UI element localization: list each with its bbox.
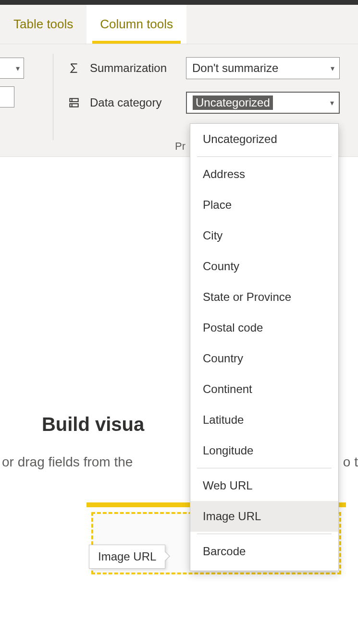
menu-item-label: Image URL bbox=[203, 510, 261, 523]
data-category-value: Uncategorized bbox=[193, 95, 273, 110]
summarization-dropdown[interactable]: Don't summarize ▾ bbox=[186, 57, 340, 79]
tab-label: Table tools bbox=[13, 17, 73, 32]
menu-item-place[interactable]: Place bbox=[190, 190, 338, 220]
tooltip: Image URL bbox=[89, 545, 165, 569]
truncated-control[interactable] bbox=[0, 86, 14, 107]
menu-item-city[interactable]: City bbox=[190, 220, 338, 251]
menu-item-image-url[interactable]: Image URL bbox=[190, 501, 338, 532]
menu-separator bbox=[197, 468, 332, 468]
menu-item-label: Country bbox=[203, 352, 243, 365]
menu-item-barcode[interactable]: Barcode bbox=[190, 536, 338, 567]
group-caption: Pr bbox=[175, 140, 185, 153]
tab-label: Column tools bbox=[100, 17, 173, 32]
canvas-subtext-right: o t bbox=[339, 454, 358, 470]
tab-column-tools[interactable]: Column tools bbox=[86, 5, 186, 44]
category-icon bbox=[67, 95, 81, 110]
data-category-menu: Uncategorized Address Place City County … bbox=[190, 123, 339, 571]
menu-separator bbox=[197, 534, 332, 534]
menu-item-label: Web URL bbox=[203, 479, 253, 492]
tab-table-tools[interactable]: Table tools bbox=[0, 5, 86, 44]
heading-fragment-left: Build visua bbox=[42, 414, 144, 435]
menu-item-label: Place bbox=[203, 198, 232, 211]
ribbon-tabbar: Table tools Column tools bbox=[0, 5, 358, 44]
tooltip-text: Image URL bbox=[98, 550, 156, 563]
menu-item-label: State or Province bbox=[203, 290, 291, 303]
summarization-value: Don't summarize bbox=[192, 61, 278, 75]
menu-item-label: Postal code bbox=[203, 321, 263, 334]
menu-item-state-or-province[interactable]: State or Province bbox=[190, 282, 338, 312]
menu-item-label: City bbox=[203, 229, 222, 242]
summarization-label: Summarization bbox=[90, 61, 186, 75]
data-category-dropdown[interactable]: Uncategorized ▾ bbox=[186, 92, 340, 114]
menu-item-continent[interactable]: Continent bbox=[190, 374, 338, 405]
menu-separator bbox=[197, 156, 332, 157]
menu-item-label: Uncategorized bbox=[203, 132, 277, 145]
menu-item-web-url[interactable]: Web URL bbox=[190, 470, 338, 501]
chevron-down-icon: ▾ bbox=[16, 64, 20, 73]
menu-item-latitude[interactable]: Latitude bbox=[190, 405, 338, 435]
menu-item-label: Continent bbox=[203, 382, 252, 395]
chevron-down-icon: ▾ bbox=[330, 98, 334, 107]
truncated-dropdown[interactable]: ▾ bbox=[0, 58, 24, 79]
summarization-row: Summarization Don't summarize ▾ bbox=[67, 54, 358, 83]
menu-item-county[interactable]: County bbox=[190, 251, 338, 282]
menu-item-postal-code[interactable]: Postal code bbox=[190, 312, 338, 343]
chevron-down-icon: ▾ bbox=[331, 64, 334, 73]
svg-rect-1 bbox=[70, 104, 78, 107]
menu-item-label: County bbox=[203, 260, 239, 273]
data-category-row: Data category Uncategorized ▾ bbox=[67, 88, 358, 117]
menu-item-label: Latitude bbox=[203, 413, 244, 426]
menu-item-address[interactable]: Address bbox=[190, 159, 338, 190]
menu-item-country[interactable]: Country bbox=[190, 343, 338, 374]
menu-item-uncategorized[interactable]: Uncategorized bbox=[190, 124, 338, 155]
menu-item-label: Address bbox=[203, 167, 245, 180]
svg-rect-0 bbox=[70, 98, 78, 102]
menu-item-label: Longitude bbox=[203, 444, 253, 457]
window-titlebar bbox=[0, 0, 358, 5]
menu-item-longitude[interactable]: Longitude bbox=[190, 435, 338, 466]
menu-item-label: Barcode bbox=[203, 545, 246, 558]
sigma-icon bbox=[67, 61, 81, 75]
data-category-label: Data category bbox=[90, 96, 186, 109]
